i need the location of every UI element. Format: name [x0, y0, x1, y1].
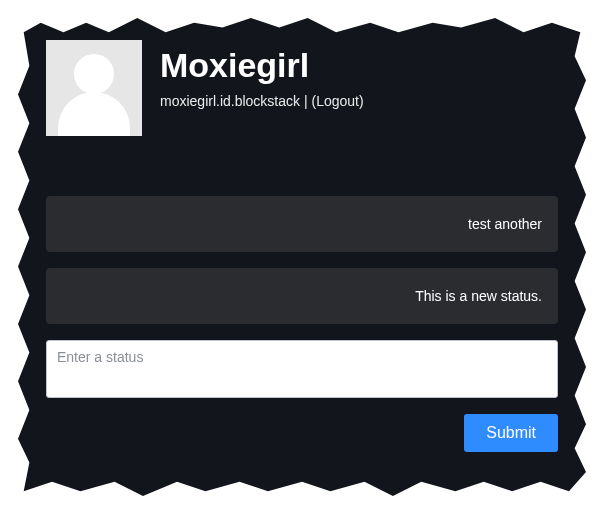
- actions-row: Submit: [46, 414, 558, 452]
- app-panel: Moxiegirl moxiegirl.id.blockstack | (Log…: [18, 18, 586, 496]
- submit-button[interactable]: Submit: [464, 414, 558, 452]
- status-item: This is a new status.: [46, 268, 558, 324]
- status-list: test another This is a new status. Submi…: [46, 196, 558, 452]
- profile-header: Moxiegirl moxiegirl.id.blockstack | (Log…: [46, 40, 558, 136]
- avatar: [46, 40, 142, 136]
- user-block: Moxiegirl moxiegirl.id.blockstack | (Log…: [160, 40, 364, 109]
- identity-line: moxiegirl.id.blockstack | (Logout): [160, 93, 364, 109]
- username: Moxiegirl: [160, 46, 364, 85]
- status-input[interactable]: [46, 340, 558, 398]
- avatar-placeholder-icon: [74, 54, 114, 94]
- identity-text: moxiegirl.id.blockstack: [160, 93, 300, 109]
- status-item: test another: [46, 196, 558, 252]
- logout-link[interactable]: (Logout): [311, 93, 363, 109]
